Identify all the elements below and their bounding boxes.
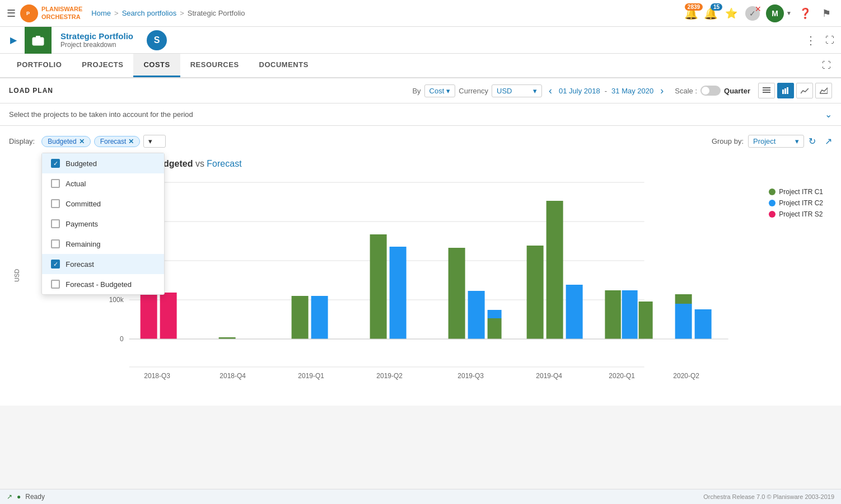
group-by-dropdown[interactable]: Project ▾	[748, 135, 804, 148]
breadcrumb-home[interactable]: Home	[91, 9, 111, 17]
next-date-button[interactable]: ›	[657, 84, 667, 98]
tab-portfolio[interactable]: PORTFOLIO	[7, 54, 72, 77]
bar-2019q2-c1-top	[370, 234, 387, 246]
more-options-button[interactable]: ⋮	[805, 34, 816, 47]
svg-text:2019-Q1: 2019-Q1	[298, 372, 324, 380]
info-bar-expand[interactable]: ⌄	[825, 109, 832, 120]
star-button[interactable]: ⭐	[723, 6, 739, 21]
bar-chart-view-button[interactable]	[777, 83, 794, 98]
display-dropdown-container: Budgeted ✕ Forecast ✕ ▾ ✓ Budgeted	[41, 135, 166, 148]
flag-button[interactable]: ⚑	[819, 6, 834, 21]
scale-label: Scale :	[675, 87, 697, 95]
svg-rect-9	[784, 88, 786, 94]
svg-text:2018-Q4: 2018-Q4	[219, 372, 246, 380]
list-view-button[interactable]	[758, 83, 775, 98]
scale-toggle[interactable]	[700, 86, 721, 96]
dropdown-item-budgeted[interactable]: ✓ Budgeted	[42, 153, 164, 173]
svg-text:2019-Q3: 2019-Q3	[457, 372, 484, 380]
tab-projects[interactable]: PROJECTS	[72, 54, 133, 77]
bar-2019q3-c1-budgeted	[448, 248, 465, 339]
hamburger-menu[interactable]: ☰	[7, 7, 16, 20]
group-by-area: Group by: Project ▾ ↻ ↗	[712, 135, 832, 148]
tab-fullscreen-icon[interactable]: ⛶	[819, 58, 834, 73]
date-end: 31 May 2020	[611, 87, 653, 95]
svg-text:2020-Q2: 2020-Q2	[673, 372, 699, 380]
user-avatar: M	[766, 4, 784, 22]
dropdown-item-forecast-label: Forecast	[66, 260, 94, 269]
bar-2018q3-s2-forecast	[160, 293, 177, 339]
legend-item-c2: Project ITR C2	[769, 199, 823, 207]
toolbar: LOAD PLAN By Cost ▾ Currency USD ▾ ‹ 01 …	[0, 78, 841, 103]
bar-2018q3-s2-budgeted	[141, 293, 157, 339]
legend-dot-c2	[769, 200, 775, 206]
notifications-button[interactable]: 🔔 2839	[684, 7, 698, 20]
dropdown-item-forecast[interactable]: ✓ Forecast	[42, 254, 164, 274]
help-button[interactable]: ❓	[797, 6, 813, 21]
quarter-label: Quarter	[724, 87, 750, 95]
chart-controls: Display: Budgeted ✕ Forecast ✕ ▾ ✓	[9, 135, 832, 148]
info-bar-text: Select the projects to be taken into acc…	[9, 110, 193, 119]
tab-resources[interactable]: RESOURCES	[180, 54, 249, 77]
currency-dropdown[interactable]: USD ▾	[492, 84, 542, 97]
svg-rect-6	[763, 90, 770, 91]
portfolio-name: Strategic Portfolio	[60, 31, 133, 41]
bar-2019q2-c2-budgeted	[390, 286, 407, 339]
s-avatar[interactable]: S	[147, 30, 167, 50]
svg-text:2020-Q1: 2020-Q1	[609, 372, 635, 380]
date-range: 01 July 2018 - 31 May 2020	[559, 87, 653, 95]
dropdown-item-committed[interactable]: Committed	[42, 194, 164, 214]
prev-date-button[interactable]: ‹	[545, 84, 555, 98]
date-start: 01 July 2018	[559, 87, 600, 95]
status-icon[interactable]: ✓ ✕	[745, 6, 760, 21]
dropdown-item-remaining[interactable]: Remaining	[42, 234, 164, 254]
by-value: Cost	[429, 87, 445, 95]
tab-documents[interactable]: DOCUMENTS	[249, 54, 319, 77]
svg-text:2018-Q3: 2018-Q3	[144, 372, 170, 380]
portfolio-icon-box	[25, 27, 52, 54]
bar-2020q1-c2-budgeted	[622, 290, 638, 339]
export-button[interactable]: ↗	[825, 136, 832, 147]
fullscreen-button[interactable]: ⛶	[825, 35, 834, 45]
chart-container: Display: Budgeted ✕ Forecast ✕ ▾ ✓	[0, 126, 841, 406]
legend-label-s2: Project ITR S2	[779, 210, 823, 218]
tag-budgeted-remove[interactable]: ✕	[79, 138, 85, 145]
checkbox-budgeted: ✓	[51, 159, 60, 168]
bar-2020q2-c2-forecast	[695, 309, 712, 339]
tab-costs[interactable]: COSTS	[133, 54, 180, 77]
logo-area: P PLANISWAREORCHESTRA	[20, 4, 82, 22]
display-tags: Budgeted ✕ Forecast ✕ ▾	[41, 135, 166, 148]
checkbox-remaining	[51, 239, 60, 248]
tag-budgeted-label: Budgeted	[48, 138, 76, 145]
dropdown-item-forecast-budgeted[interactable]: Forecast - Budgeted	[42, 274, 164, 294]
dropdown-item-payments[interactable]: Payments	[42, 214, 164, 234]
breadcrumb: Home > Search portfolios > Strategic Por…	[91, 9, 245, 17]
bar-2019q4-c1-forecast	[546, 201, 563, 339]
expand-button[interactable]: ▶	[7, 32, 20, 48]
alerts-badge: 15	[711, 3, 722, 11]
info-bar: Select the projects to be taken into acc…	[0, 103, 841, 126]
dropdown-item-actual[interactable]: Actual	[42, 173, 164, 194]
breadcrumb-search[interactable]: Search portfolios	[122, 9, 177, 17]
tag-budgeted: Budgeted ✕	[41, 136, 90, 147]
svg-text:100k: 100k	[109, 296, 124, 304]
refresh-button[interactable]: ↻	[809, 136, 816, 147]
alerts-button[interactable]: 🔔 15	[704, 7, 718, 20]
user-avatar-area[interactable]: M ▼	[766, 4, 792, 22]
bar-2019q3-c2-budgeted	[468, 291, 485, 339]
toolbar-controls: By Cost ▾ Currency USD ▾ ‹ 01 July 2018 …	[412, 83, 832, 98]
bar-2019q4-c2	[566, 285, 583, 339]
breadcrumb-sep1: >	[114, 9, 119, 17]
by-dropdown[interactable]: Cost ▾	[424, 84, 456, 97]
area-chart-view-button[interactable]	[815, 83, 832, 98]
line-chart-view-button[interactable]	[796, 83, 813, 98]
checkbox-forecast-budgeted	[51, 280, 60, 289]
tag-forecast-remove[interactable]: ✕	[128, 138, 134, 145]
tag-forecast-label: Forecast	[100, 138, 127, 145]
tag-forecast: Forecast ✕	[94, 136, 141, 147]
svg-rect-2	[32, 37, 44, 45]
svg-rect-8	[782, 90, 784, 94]
display-dropdown-trigger[interactable]: ▾	[143, 135, 166, 148]
checkbox-committed	[51, 199, 60, 208]
group-by-label: Group by:	[712, 137, 744, 145]
view-buttons	[758, 83, 832, 98]
